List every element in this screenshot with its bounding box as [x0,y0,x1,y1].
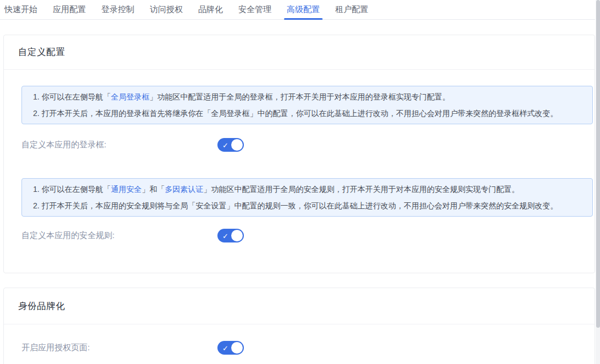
custom-login-box-toggle[interactable]: ✓ [217,138,244,152]
security-rule-notice-line2: 2. 打开本开关后，本应用的安全规则将与全局「安全设置」中配置的规则一致，你可以… [33,197,581,214]
tab-tenant-config[interactable]: 租户配置 [335,0,368,20]
login-box-notice-line1: 1. 你可以在左侧导航「全局登录框」功能区中配置适用于全局的登录框，打开本开关用… [33,89,581,105]
tab-login-control[interactable]: 登录控制 [101,0,134,20]
tab-access-authorization[interactable]: 访问授权 [150,0,183,20]
general-security-link[interactable]: 通用安全 [111,185,142,194]
authorize-page-row: 开启应用授权页面: ✓ [4,341,594,355]
notice-text: 1. 你可以在左侧导航「 [33,185,111,194]
app-config-tabbar: 快速开始 应用配置 登录控制 访问授权 品牌化 安全管理 高级配置 租户配置 [0,0,595,20]
notice-text: 」和「 [142,185,165,194]
advanced-config-page: 快速开始 应用配置 登录控制 访问授权 品牌化 安全管理 高级配置 租户配置 自… [0,0,600,364]
tab-quick-start[interactable]: 快速开始 [4,0,37,20]
security-rule-notice: 1. 你可以在左侧导航「通用安全」和「多因素认证」功能区中配置适用于全局的安全规… [21,178,593,217]
scrollbar-thumb[interactable] [596,0,600,328]
custom-security-rule-row: 自定义本应用的安全规则: ✓ [4,229,594,242]
custom-security-rule-toggle[interactable]: ✓ [217,229,244,242]
security-rule-notice-line1: 1. 你可以在左侧导航「通用安全」和「多因素认证」功能区中配置适用于全局的安全规… [33,181,581,197]
login-box-notice: 1. 你可以在左侧导航「全局登录框」功能区中配置适用于全局的登录框，打开本开关用… [21,86,593,124]
toggle-knob [231,230,243,241]
custom-config-card-title: 自定义配置 [18,46,65,58]
check-icon: ✓ [222,344,228,351]
toggle-knob [231,139,243,151]
check-icon: ✓ [222,232,228,239]
tab-branding[interactable]: 品牌化 [198,0,223,20]
custom-login-box-row: 自定义本应用的登录框: ✓ [4,138,594,152]
authorize-page-toggle[interactable]: ✓ [217,341,244,355]
vertical-scrollbar[interactable] [596,0,600,364]
custom-config-card: 自定义配置 1. 你可以在左侧导航「全局登录框」功能区中配置适用于全局的登录框，… [3,35,595,273]
identity-branding-card-title: 身份品牌化 [18,300,65,312]
notice-text: 1. 你可以在左侧导航「 [33,92,111,101]
custom-security-rule-label: 自定义本应用的安全规则: [21,230,217,241]
toggle-knob [231,342,243,354]
authorize-page-label: 开启应用授权页面: [21,343,217,353]
custom-login-box-label: 自定义本应用的登录框: [21,140,217,150]
login-box-notice-line2: 2. 打开本开关后，本应用的登录框首先将继承你在「全局登录框」中的配置，你可以在… [33,105,581,122]
tab-app-config[interactable]: 应用配置 [53,0,86,20]
custom-config-card-header: 自定义配置 [4,35,594,70]
tab-security-management[interactable]: 安全管理 [238,0,271,20]
identity-branding-card-header: 身份品牌化 [4,288,594,324]
tab-advanced-config[interactable]: 高级配置 [287,0,320,20]
mfa-link[interactable]: 多因素认证 [165,185,204,194]
identity-branding-card: 身份品牌化 开启应用授权页面: ✓ [3,288,595,364]
check-icon: ✓ [222,141,228,148]
notice-text: 」功能区中配置适用于全局的登录框，打开本开关用于对本应用的登录框实现专门配置。 [150,92,450,101]
notice-text: 」功能区中配置适用于全局的安全规则，打开本开关用于对本应用的安全规则实现专门配置… [204,185,520,194]
global-login-box-link[interactable]: 全局登录框 [111,92,150,101]
